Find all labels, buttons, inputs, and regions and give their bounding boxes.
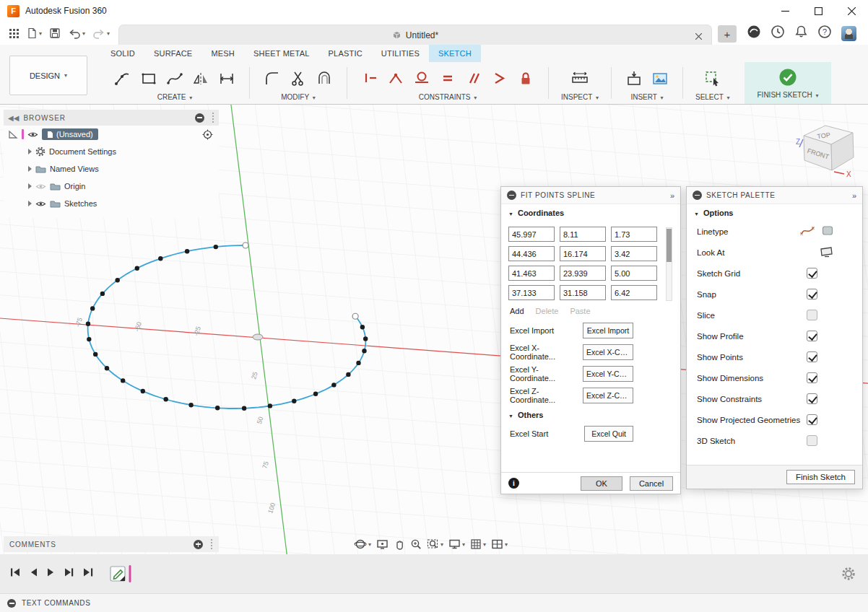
fit-view-icon[interactable]: ▾ xyxy=(425,536,446,553)
scrollbar-thumb[interactable] xyxy=(667,229,672,262)
new-tab-button[interactable]: + xyxy=(718,25,737,43)
zoom-icon[interactable] xyxy=(408,536,424,553)
go-to-end-button[interactable] xyxy=(82,567,95,580)
root-document-chip[interactable]: (Unsaved) xyxy=(42,128,98,140)
ribbon-tab-sheet-metal[interactable]: SHEET METAL xyxy=(244,45,319,62)
comments-panel[interactable]: COMMENTS xyxy=(4,536,219,552)
select-menu[interactable]: SELECT ▾ xyxy=(695,93,730,101)
spline-fit-point[interactable] xyxy=(362,349,366,353)
rectangle-tool-icon[interactable] xyxy=(139,68,159,89)
spline-fit-point[interactable] xyxy=(116,278,120,282)
close-tab-icon[interactable] xyxy=(693,30,704,42)
view-cube[interactable]: TOP FRONT Z X xyxy=(791,115,863,180)
spline-fit-point[interactable] xyxy=(93,352,97,357)
browser-item-root[interactable]: (Unsaved) xyxy=(4,126,219,143)
coordinate-input[interactable] xyxy=(560,227,606,242)
app-grid-icon[interactable] xyxy=(6,24,22,43)
mirror-tool-icon[interactable] xyxy=(191,68,211,89)
maximize-button[interactable] xyxy=(802,0,835,22)
ribbon-tab-surface[interactable]: SURFACE xyxy=(144,45,201,62)
spline-fit-point[interactable] xyxy=(331,382,336,387)
info-icon[interactable]: i xyxy=(508,478,519,489)
constraints-menu[interactable]: CONSTRAINTS ▾ xyxy=(419,93,477,101)
browser-item-document-settings[interactable]: Document Settings xyxy=(4,143,219,160)
look-at-icon[interactable] xyxy=(820,246,833,259)
orbit-icon[interactable]: ▾ xyxy=(352,536,373,553)
show-projected-geometries-checkbox[interactable] xyxy=(807,414,817,425)
look-at-icon[interactable] xyxy=(374,536,391,553)
ground-target-icon[interactable] xyxy=(202,129,213,140)
spline-fit-point[interactable] xyxy=(185,249,189,253)
coordinate-input[interactable] xyxy=(560,266,606,281)
close-button[interactable] xyxy=(835,0,868,22)
dialog-header[interactable]: FIT POINTS SPLINE » xyxy=(501,187,680,204)
coincident-constraint-icon[interactable] xyxy=(386,68,406,89)
grid-snaps-icon[interactable]: ▾ xyxy=(468,536,488,553)
add-point-link[interactable]: Add xyxy=(510,307,524,315)
step-back-button[interactable] xyxy=(29,567,38,580)
coordinate-input[interactable] xyxy=(508,285,555,300)
spline-fit-point[interactable] xyxy=(214,245,218,249)
coordinate-input[interactable] xyxy=(560,285,606,300)
minimize-button[interactable] xyxy=(768,0,802,22)
cancel-button[interactable]: Cancel xyxy=(630,476,673,491)
spline-fit-point[interactable] xyxy=(164,397,168,401)
palette-header[interactable]: SKETCH PALETTE » xyxy=(687,187,862,204)
coordinate-input[interactable] xyxy=(560,246,606,261)
model-canvas[interactable]: -75-50-25255075100 ◀◀ BROWSER (Unsaved) xyxy=(0,105,868,554)
go-to-start-button[interactable] xyxy=(10,567,21,580)
excel-z-coordinate-button[interactable]: Excel Z-Coordina... xyxy=(583,388,633,403)
display-settings-icon[interactable]: ▾ xyxy=(446,536,467,553)
excel-x-coordinate-button[interactable]: Excel X-Coordina... xyxy=(583,344,633,360)
visibility-eye-off-icon[interactable] xyxy=(35,183,46,191)
ribbon-tab-sketch[interactable]: SKETCH xyxy=(429,45,481,62)
measure-tool-icon[interactable] xyxy=(570,68,590,89)
notifications-bell-icon[interactable] xyxy=(794,25,808,42)
show-constraints-checkbox[interactable] xyxy=(807,393,817,404)
coordinate-input[interactable] xyxy=(508,266,555,281)
modify-menu[interactable]: MODIFY ▾ xyxy=(281,93,316,101)
document-tab[interactable]: Untitled* xyxy=(118,25,712,45)
finish-sketch-button[interactable]: FINISH SKETCH ▾ xyxy=(745,62,832,104)
spline-fit-point[interactable] xyxy=(86,322,90,326)
file-menu-icon[interactable]: ▾ xyxy=(24,24,45,43)
offset-tool-icon[interactable] xyxy=(314,68,334,89)
spline-endpoint[interactable] xyxy=(352,313,358,319)
midpoint-constraint-icon[interactable] xyxy=(490,68,510,89)
ribbon-tab-solid[interactable]: SOLID xyxy=(101,45,144,62)
options-section-header[interactable]: Options xyxy=(687,204,862,221)
coordinate-input[interactable] xyxy=(611,285,657,300)
spline-fit-point[interactable] xyxy=(313,392,318,396)
redo-icon[interactable]: ▾ xyxy=(90,24,113,43)
spline-fit-point[interactable] xyxy=(141,389,145,393)
expand-panel-icon[interactable]: » xyxy=(852,191,856,200)
expand-panel-icon[interactable]: » xyxy=(670,191,674,200)
spline-fit-point[interactable] xyxy=(121,378,125,382)
spline-fit-point[interactable] xyxy=(87,337,91,341)
browser-header[interactable]: ◀◀ BROWSER xyxy=(4,110,219,126)
fix-constraint-lock-icon[interactable] xyxy=(516,68,536,89)
finish-sketch-palette-button[interactable]: Finish Sketch xyxy=(786,470,855,484)
others-section-header[interactable]: Others xyxy=(501,406,680,423)
expand-chevron-icon[interactable] xyxy=(28,201,32,206)
visibility-eye-icon[interactable] xyxy=(35,200,46,208)
equal-constraint-icon[interactable] xyxy=(438,68,458,89)
help-icon[interactable]: ? xyxy=(817,25,832,42)
undo-icon[interactable]: ▾ xyxy=(65,24,88,43)
extensions-icon[interactable] xyxy=(747,25,761,42)
expand-chevron-icon[interactable] xyxy=(28,149,32,154)
fillet-tool-icon[interactable] xyxy=(262,68,282,89)
spline-fit-point[interactable] xyxy=(356,361,360,365)
excel-quit-button[interactable]: Excel Quit xyxy=(584,426,633,442)
play-button[interactable] xyxy=(46,567,56,580)
spline-endpoint[interactable] xyxy=(243,242,248,248)
sketch-grid-checkbox[interactable] xyxy=(807,268,817,279)
insert-menu[interactable]: INSERT ▾ xyxy=(630,93,663,101)
construction-line-icon[interactable] xyxy=(822,225,833,237)
spline-tool-icon[interactable] xyxy=(165,68,185,89)
line-tool-icon[interactable] xyxy=(113,68,133,89)
timeline-settings-gear-icon[interactable] xyxy=(841,566,856,582)
pan-hand-icon[interactable] xyxy=(391,536,407,553)
minimize-panel-icon[interactable] xyxy=(195,113,204,123)
minimize-panel-icon[interactable] xyxy=(507,191,516,200)
